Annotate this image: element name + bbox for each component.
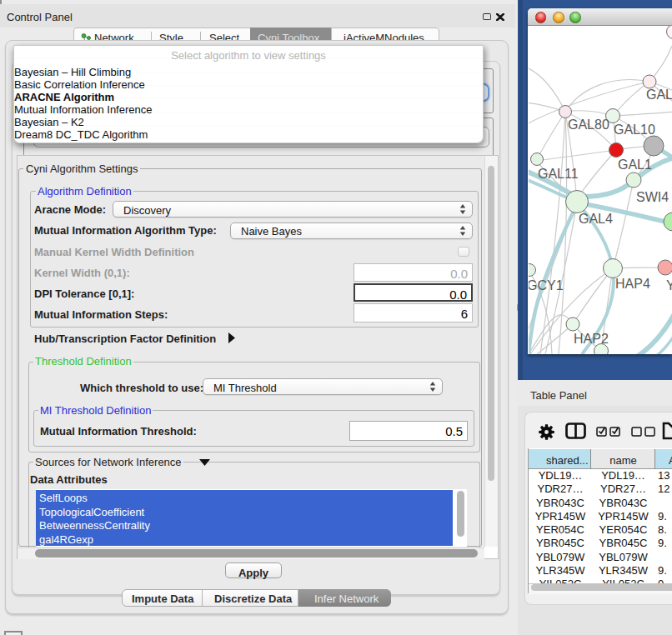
svg-text:GAL11: GAL11 [538,167,579,181]
svg-text:GAL1: GAL1 [618,158,652,172]
svg-text:HAP4: HAP4 [615,277,650,291]
svg-text:GAL10: GAL10 [614,122,655,137]
svg-text:Y: Y [666,278,672,292]
svg-text:GAL80: GAL80 [568,118,609,132]
svg-text:HAP2: HAP2 [574,332,609,346]
svg-text:GAL7: GAL7 [646,88,672,102]
svg-text:SWI4: SWI4 [636,190,669,204]
svg-text:GCY1: GCY1 [529,278,564,292]
svg-text:GAL4: GAL4 [579,212,613,226]
